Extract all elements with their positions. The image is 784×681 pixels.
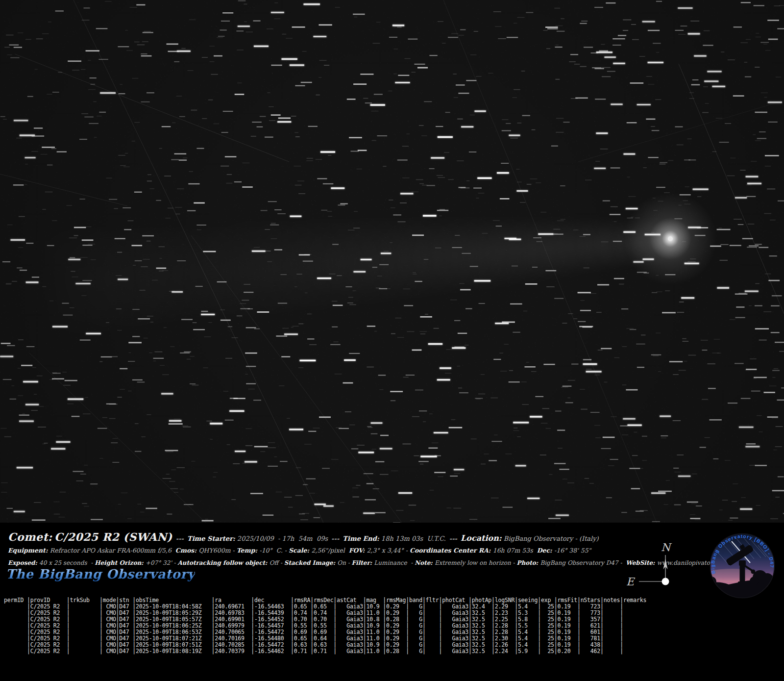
separator: --- (176, 535, 184, 542)
comet-photograph (0, 0, 784, 523)
separator: - (407, 559, 415, 566)
field-value: Luminance (374, 559, 407, 566)
field-value: 40 x 25 seconds (39, 559, 87, 566)
field-label: Note: (415, 559, 435, 566)
separator: --- (331, 535, 339, 542)
location-label: Location: (461, 533, 502, 543)
separator: - (231, 547, 237, 554)
time-end-label: Time End: (343, 535, 379, 542)
equipment-line: Equipment: Refractor APO Askar FRA-600mm… (8, 547, 591, 554)
field-label: Dec: (537, 547, 554, 554)
field-value: BigBang Observatory D47 (540, 559, 618, 566)
location-value: BigBang Observatory - (Italy) (504, 535, 599, 542)
field-value: Refractor APO Askar FRA-600mm f/5,6 (50, 547, 172, 554)
observatory-logo-badge-icon: BigBang Observatory [BBO] - D47 (709, 532, 776, 599)
separator: --- (449, 535, 457, 542)
separator: - (346, 559, 352, 566)
field-value: 16h 07m 53s (493, 547, 533, 554)
field-label: Filter: (352, 559, 374, 566)
field-label: Autotracking follow object: (177, 559, 269, 566)
field-label: Scale: (289, 547, 311, 554)
separator: - (87, 559, 95, 566)
astrometry-table: permID |provID |trkSub |mode|stn |obsTim… (4, 597, 646, 655)
compass-rose: N E (622, 536, 676, 591)
separator: - (278, 559, 284, 566)
field-value: 2,3° x 3,44° (367, 547, 404, 554)
separator: - (511, 559, 517, 566)
separator (172, 547, 175, 554)
field-label: Exposed: (8, 559, 39, 566)
field-value: 2,56"/pixel (311, 547, 344, 554)
field-label: Height Orizon: (95, 559, 146, 566)
observatory-logo: BigBang Observatory [BBO] - D47 (709, 532, 776, 599)
field-label: Stacked Image: (284, 559, 338, 566)
separator: - (172, 559, 178, 566)
exposure-line: Exposed: 40 x 25 seconds - Height Orizon… (8, 559, 724, 566)
time-end-value: 18h 13m 03s U.T.C. (381, 535, 446, 542)
separator (345, 547, 349, 554)
field-value: -10° C. (259, 547, 282, 554)
field-label: Temp: (237, 547, 260, 554)
field-label: Photo: (516, 559, 540, 566)
comet-name: C/2025 R2 (SWAN) (54, 530, 172, 543)
field-value: QHY600m (198, 547, 230, 554)
field-value: -16° 38' 55" (554, 547, 591, 554)
separator (533, 547, 537, 554)
compass-east-label: E (626, 576, 636, 588)
field-value: +07° 32' (146, 559, 172, 566)
title-line: Comet: C/2025 R2 (SWAN)---Time Starter: … (8, 530, 599, 543)
field-label: Coordinates Center RA: (410, 547, 493, 554)
comet-label: Comet: (8, 530, 52, 543)
time-start-label: Time Starter: (187, 535, 235, 542)
compass-north-label: N (661, 541, 672, 554)
caption-panel: Comet: C/2025 R2 (SWAN)---Time Starter: … (0, 523, 784, 681)
compass-center-dot (662, 578, 669, 585)
field-value: Off (270, 559, 278, 566)
observatory-title: The BigBang Observatory (6, 567, 195, 581)
field-label: Cmos: (175, 547, 199, 554)
field-value: On (337, 559, 346, 566)
starfield-canvas (0, 0, 784, 523)
time-start-value: 2025/10/09 - 17h 54m 09s (237, 535, 328, 542)
field-value: Extremely low on horizon (435, 559, 511, 566)
field-label: Equipment: (8, 547, 50, 554)
field-label: FOV: (349, 547, 367, 554)
observation-report: { "colors": { "page_background": "#00000… (0, 0, 784, 681)
separator: - (404, 547, 410, 554)
separator: - (283, 547, 289, 554)
